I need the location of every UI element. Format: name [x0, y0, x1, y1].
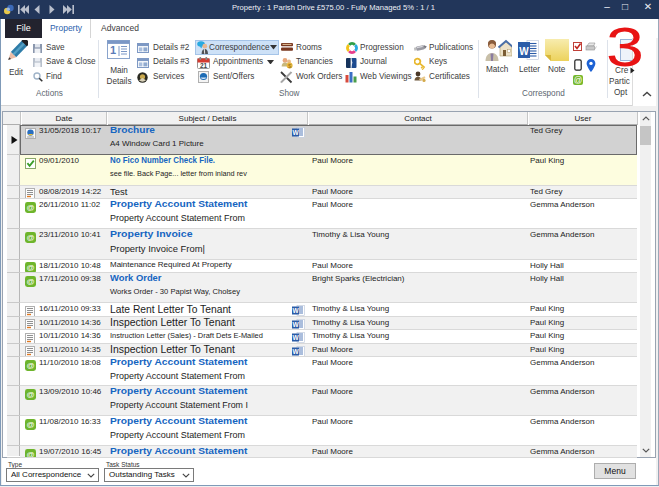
svg-text:@: @ [26, 277, 34, 286]
svg-text:W: W [292, 348, 299, 355]
svg-text:W: W [292, 129, 299, 136]
svg-text:@: @ [26, 450, 34, 458]
svg-text:W: W [292, 321, 299, 328]
svg-text:W: W [292, 307, 299, 314]
svg-text:@: @ [26, 390, 34, 399]
svg-text:@: @ [26, 233, 34, 242]
svg-text:1: 1 [110, 44, 116, 56]
svg-text:W: W [519, 46, 529, 57]
svg-text:@: @ [26, 361, 34, 370]
svg-text:@: @ [26, 263, 34, 272]
svg-text:@: @ [26, 203, 34, 212]
svg-text:21: 21 [200, 62, 208, 69]
svg-text:@: @ [574, 75, 583, 85]
svg-text:@: @ [26, 420, 34, 429]
svg-text:W: W [292, 334, 299, 341]
